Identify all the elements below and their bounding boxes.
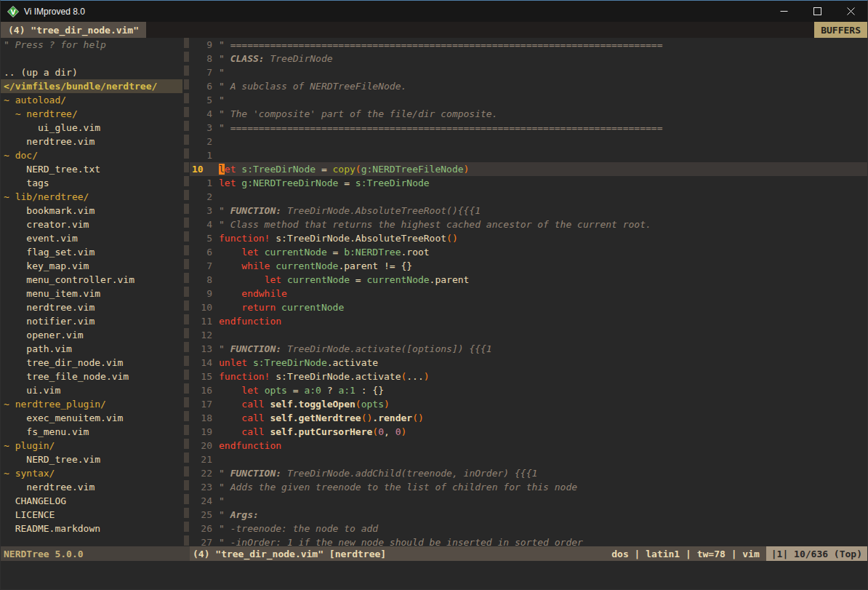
window-separator[interactable] [182, 38, 190, 546]
code-line[interactable]: 2 [190, 135, 867, 148]
code-line[interactable]: 21 [190, 453, 867, 466]
tree-item[interactable]: NERD_tree.txt [1, 162, 182, 176]
code-line[interactable]: 24" [190, 494, 867, 508]
tree-item[interactable]: ~ nerdtree/ [1, 107, 182, 121]
tree-item[interactable]: ~ syntax/ [1, 466, 182, 480]
code-line[interactable]: 27" -inOrder: 1 if the new node should b… [190, 535, 867, 546]
tree-item[interactable]: NERD_tree.vim [1, 453, 182, 466]
code-line[interactable]: 14unlet s:TreeDirNode.activate [190, 356, 867, 370]
tree-item[interactable]: nerdtree.vim [1, 300, 182, 314]
tree-item[interactable]: creator.vim [1, 218, 182, 231]
code-line[interactable]: 6" A subclass of NERDTreeFileNode. [190, 79, 867, 93]
tree-item[interactable]: bookmark.vim [1, 204, 182, 218]
tree-item[interactable]: ~ doc/ [1, 148, 182, 162]
tree-item[interactable]: ui_glue.vim [1, 121, 182, 135]
code-line[interactable]: 4" The 'composite' part of the file/dir … [190, 107, 867, 121]
code-line[interactable]: 18 call self.getNerdtree().render() [190, 411, 867, 425]
tree-item[interactable]: nerdtree.vim [1, 135, 182, 148]
buffers-badge[interactable]: BUFFERS [814, 22, 867, 38]
minimize-button[interactable] [767, 1, 800, 22]
text-cursor: l [219, 164, 225, 175]
code-line[interactable]: 9 endwhile [190, 287, 867, 300]
code-line[interactable]: 13" FUNCTION: TreeDirNode.activate([opti… [190, 342, 867, 356]
code-line[interactable]: 8 let currentNode = currentNode.parent [190, 273, 867, 287]
tree-item[interactable]: opener.vim [1, 328, 182, 342]
tree-item[interactable]: ~ nerdtree_plugin/ [1, 397, 182, 411]
code-text: " Args: [219, 508, 259, 522]
line-number: 15 [190, 370, 219, 383]
code-line[interactable]: 7 while currentNode.parent != {} [190, 259, 867, 273]
line-number: 2 [190, 135, 219, 148]
tree-item[interactable]: event.vim [1, 231, 182, 245]
code-line[interactable]: 15function! s:TreeDirNode.activate(...) [190, 370, 867, 383]
line-number: 4 [190, 107, 219, 121]
tree-item[interactable]: fs_menu.vim [1, 425, 182, 439]
code-line[interactable]: 6 let currentNode = b:NERDTree.root [190, 245, 867, 259]
tree-item[interactable]: tags [1, 176, 182, 190]
code-line[interactable]: 1let g:NERDTreeDirNode = s:TreeDirNode [190, 176, 867, 190]
code-line[interactable]: 2 [190, 190, 867, 204]
line-number: 9 [190, 287, 219, 300]
tree-item[interactable]: flag_set.vim [1, 245, 182, 259]
code-line[interactable]: 3" =====================================… [190, 121, 867, 135]
code-line[interactable]: 5function! s:TreeDirNode.AbsoluteTreeRoo… [190, 231, 867, 245]
tree-root[interactable]: </vimfiles/bundle/nerdtree/ [1, 79, 182, 93]
tree-item[interactable]: ui.vim [1, 383, 182, 397]
code-line[interactable]: 23" Adds the given treenode to the list … [190, 480, 867, 494]
code-line[interactable]: 26" -treenode: the node to add [190, 522, 867, 535]
vim-app-icon[interactable]: V [7, 6, 19, 17]
maximize-button[interactable] [800, 1, 834, 22]
code-line[interactable]: 9" =====================================… [190, 38, 867, 52]
line-number: 16 [190, 383, 219, 397]
code-line[interactable]: 20endfunction [190, 439, 867, 453]
tree-item[interactable]: path.vim [1, 342, 182, 356]
code-line[interactable]: 11endfunction [190, 314, 867, 328]
code-line-current[interactable]: 10let s:TreeDirNode = copy(g:NERDTreeFil… [190, 162, 867, 176]
editor-main: " Press ? for help.. (up a dir)</vimfile… [1, 38, 867, 546]
tree-item[interactable]: nerdtree.vim [1, 480, 182, 494]
tree-item[interactable]: ~ lib/nerdtree/ [1, 190, 182, 204]
line-number: 1 [190, 148, 219, 162]
tree-item[interactable]: key_map.vim [1, 259, 182, 273]
code-line[interactable]: 10 return currentNode [190, 300, 867, 314]
window-title: Vi IMproved 8.0 [24, 7, 85, 17]
tree-item[interactable]: CHANGELOG [1, 494, 182, 508]
code-line[interactable]: 22" FUNCTION: TreeDirNode.addChild(treen… [190, 466, 867, 480]
code-line[interactable]: 16 let opts = a:0 ? a:1 : {} [190, 383, 867, 397]
tree-item[interactable]: .. (up a dir) [1, 65, 182, 79]
tree-item[interactable]: ~ autoload/ [1, 93, 182, 107]
code-text: return currentNode [219, 300, 344, 314]
tree-item[interactable]: tree_file_node.vim [1, 370, 182, 383]
tree-item[interactable]: README.markdown [1, 522, 182, 535]
tree-item[interactable]: menu_item.vim [1, 287, 182, 300]
code-line[interactable]: 25" Args: [190, 508, 867, 522]
close-icon [847, 7, 855, 15]
code-text: let currentNode = b:NERDTree.root [219, 245, 430, 259]
tree-item[interactable]: " Press ? for help [1, 38, 182, 52]
tree-item[interactable]: ~ plugin/ [1, 439, 182, 453]
line-number: 24 [190, 494, 219, 508]
code-line[interactable]: 8" CLASS: TreeDirNode [190, 52, 867, 65]
code-line[interactable]: 17 call self.toggleOpen(opts) [190, 397, 867, 411]
code-line[interactable]: 7" [190, 65, 867, 79]
tree-item[interactable]: notifier.vim [1, 314, 182, 328]
tree-item[interactable]: tree_dir_node.vim [1, 356, 182, 370]
tab-active[interactable]: (4) "tree_dir_node.vim" [1, 22, 146, 38]
line-number: 20 [190, 439, 219, 453]
code-line[interactable]: 12 [190, 328, 867, 342]
statusline-position-info: |1| 10/636 (Top) [766, 546, 867, 561]
code-line[interactable]: 3" FUNCTION: TreeDirNode.AbsoluteTreeRoo… [190, 204, 867, 218]
code-line[interactable]: 19 call self.putCursorHere(0, 0) [190, 425, 867, 439]
line-number: 2 [190, 190, 219, 204]
code-line[interactable]: 1 [190, 148, 867, 162]
code-line[interactable]: 5" [190, 93, 867, 107]
command-line[interactable] [1, 561, 867, 589]
line-number: 8 [190, 52, 219, 65]
code-line[interactable]: 4" Class method that returns the highest… [190, 218, 867, 231]
close-button[interactable] [834, 1, 867, 22]
tree-item[interactable]: exec_menuitem.vim [1, 411, 182, 425]
tree-item[interactable]: menu_controller.vim [1, 273, 182, 287]
line-number: 19 [190, 425, 219, 439]
code-text: let currentNode = currentNode.parent [219, 273, 469, 287]
tree-item[interactable]: LICENCE [1, 508, 182, 522]
